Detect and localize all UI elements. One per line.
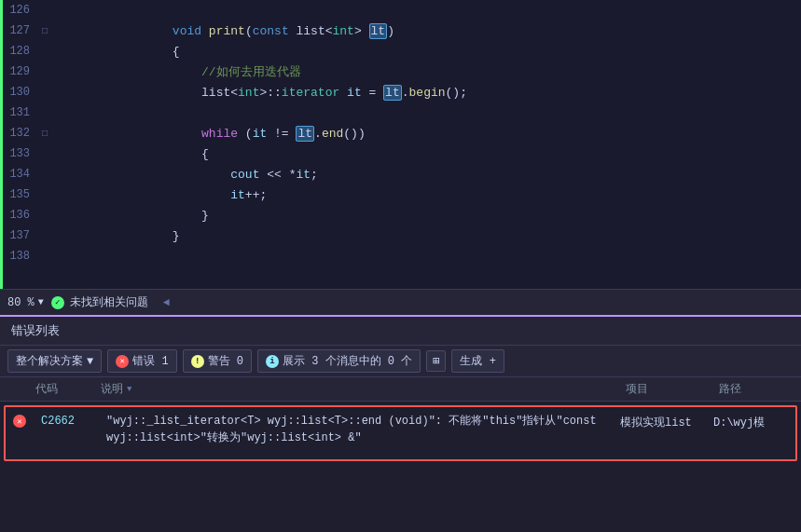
solution-label: 整个解决方案 bbox=[16, 353, 83, 369]
error-row-project-0: 模拟实现list bbox=[620, 413, 713, 430]
warning-icon: ! bbox=[191, 355, 204, 368]
line-number-130: 130 bbox=[0, 86, 37, 99]
fold-127[interactable]: □ bbox=[42, 26, 48, 36]
code-line-138: 138 bbox=[0, 246, 801, 266]
col-header-code[interactable]: 代码 bbox=[35, 381, 101, 397]
code-line-137: 137 } bbox=[0, 225, 801, 246]
fold-132[interactable]: □ bbox=[42, 129, 48, 139]
col-header-desc[interactable]: 说明 ▼ bbox=[101, 381, 626, 397]
error-row-desc-0: "wyj::_list_iterator<T> wyj::list<T>::en… bbox=[106, 413, 620, 446]
status-bar: 80 % ▼ ✓ 未找到相关问题 ◄ bbox=[0, 289, 801, 315]
line-number-135: 135 bbox=[0, 188, 37, 201]
error-toolbar: 整个解决方案 ▼ ✕ 错误 1 ! 警告 0 i 展示 3 个消息中的 0 个 … bbox=[0, 346, 801, 377]
filter-button[interactable]: ⊞ bbox=[426, 350, 446, 372]
line-number-131: 131 bbox=[0, 106, 37, 119]
error-row-code-0: C2662 bbox=[41, 413, 106, 428]
zoom-value: 80 % bbox=[7, 296, 35, 309]
status-check: ✓ 未找到相关问题 bbox=[51, 294, 148, 310]
line-number-126: 126 bbox=[0, 4, 37, 17]
error-row-icon-0: ✕ bbox=[13, 413, 41, 428]
check-icon: ✓ bbox=[51, 296, 64, 309]
error-table-header: 代码 说明 ▼ 项目 路径 bbox=[0, 377, 801, 402]
error-row-path-0: D:\wyj模 bbox=[713, 413, 788, 430]
error-panel: 错误列表 整个解决方案 ▼ ✕ 错误 1 ! 警告 0 i 展示 3 个消息中的… bbox=[0, 315, 801, 461]
gutter-132: □ bbox=[37, 129, 52, 139]
error-badge[interactable]: ✕ 错误 1 bbox=[107, 349, 176, 373]
error-count: 错误 1 bbox=[132, 353, 168, 369]
line-number-134: 134 bbox=[0, 168, 37, 181]
info-badge[interactable]: i 展示 3 个消息中的 0 个 bbox=[257, 349, 421, 373]
col-header-path[interactable]: 路径 bbox=[719, 381, 794, 397]
info-count: 展示 3 个消息中的 0 个 bbox=[283, 353, 412, 369]
code-editor[interactable]: 126 127 □ void print(const list<int> lt)… bbox=[0, 0, 801, 289]
line-number-133: 133 bbox=[0, 147, 37, 160]
generate-label: 生成 + bbox=[460, 355, 495, 368]
solution-dropdown[interactable]: 整个解决方案 ▼ bbox=[7, 349, 102, 373]
line-number-127: 127 bbox=[0, 24, 37, 37]
error-status-icon-0: ✕ bbox=[13, 415, 26, 428]
warning-badge[interactable]: ! 警告 0 bbox=[183, 349, 252, 373]
error-panel-title-text: 错误列表 bbox=[11, 324, 60, 338]
error-panel-title: 错误列表 bbox=[0, 317, 801, 346]
status-text: 未找到相关问题 bbox=[70, 294, 148, 310]
line-number-129: 129 bbox=[0, 65, 37, 78]
solution-arrow: ▼ bbox=[87, 355, 93, 368]
error-row-0[interactable]: ✕ C2662 "wyj::_list_iterator<T> wyj::lis… bbox=[4, 405, 797, 461]
zoom-control[interactable]: 80 % ▼ bbox=[7, 296, 44, 309]
warning-count: 警告 0 bbox=[208, 353, 243, 369]
line-number-138: 138 bbox=[0, 250, 37, 263]
green-bar-indicator bbox=[0, 0, 3, 289]
gutter-127: □ bbox=[37, 26, 52, 36]
filter-icon: ⊞ bbox=[433, 354, 439, 368]
line-number-128: 128 bbox=[0, 45, 37, 58]
info-icon: i bbox=[266, 355, 279, 368]
line-number-137: 137 bbox=[0, 229, 37, 242]
error-icon: ✕ bbox=[116, 355, 129, 368]
code-line-130: 130 list<int>::iterator it = lt.begin(); bbox=[0, 82, 801, 102]
code-lines: 126 127 □ void print(const list<int> lt)… bbox=[0, 0, 801, 266]
zoom-dropdown-arrow[interactable]: ▼ bbox=[38, 297, 44, 307]
generate-button[interactable]: 生成 + bbox=[451, 349, 504, 373]
desc-sort-arrow: ▼ bbox=[127, 385, 131, 394]
line-number-136: 136 bbox=[0, 209, 37, 222]
col-header-project[interactable]: 项目 bbox=[626, 381, 719, 397]
line-number-132: 132 bbox=[0, 127, 37, 140]
nav-arrow[interactable]: ◄ bbox=[163, 296, 170, 309]
